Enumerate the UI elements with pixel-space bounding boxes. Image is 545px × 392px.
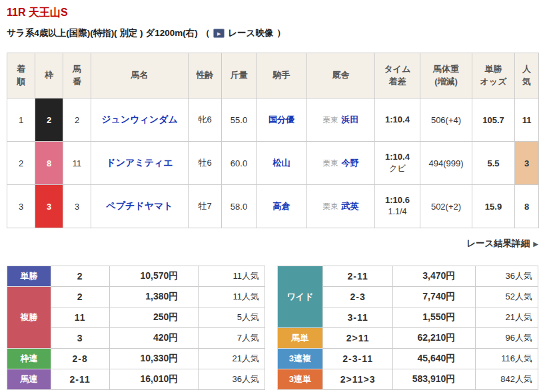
jockey-link[interactable]: 高倉 bbox=[273, 201, 290, 211]
payout-amount: 250円 bbox=[109, 307, 199, 328]
payout-popularity: 96人気 bbox=[476, 328, 538, 349]
combo: 2>11>3 bbox=[322, 369, 393, 390]
race-conditions-bar: サラ系4歳以上(国際)(特指)( 別定 ) ダ1200m(右) （ ▶ レース映… bbox=[7, 27, 538, 39]
payout-popularity: 21人気 bbox=[199, 349, 265, 369]
trainer-link[interactable]: 武英 bbox=[342, 201, 359, 211]
results-header-row: 着順 枠 馬番 馬名 性齢 斤量 騎手 厩舎 タイム着差 馬体重(増減) 単勝オ… bbox=[7, 53, 539, 98]
race-result-detail-label: レース結果詳細 bbox=[466, 238, 530, 248]
body-weight: 502(+2) bbox=[420, 185, 472, 228]
finish-margin: クビ bbox=[375, 163, 420, 174]
payout-row: 3連単 2>11>3 583,910円 842人気 bbox=[278, 369, 538, 390]
bet-type-trio: 3連複 bbox=[278, 349, 323, 369]
finish-margin: 1.1/4 bbox=[375, 206, 420, 217]
play-video-icon[interactable]: ▶ bbox=[213, 29, 225, 38]
result-row-2: 2 8 11 ドンアミティエ 牡6 60.0 松山 栗東今野 1:10.4クビ … bbox=[7, 142, 539, 185]
combo: 2>11 bbox=[322, 328, 393, 349]
payout-table-right: ワイド 2-11 3,470円 36人気 2-3 7,740円 52人気 3-1… bbox=[277, 266, 538, 390]
payout-popularity: 116人気 bbox=[476, 349, 538, 369]
payout-popularity: 36人気 bbox=[476, 266, 538, 287]
payout-row: 複勝 2 1,380円 11人気 bbox=[7, 287, 265, 307]
carried-weight: 60.0 bbox=[222, 142, 257, 185]
carried-weight: 55.0 bbox=[222, 98, 257, 142]
frame-badge: 3 bbox=[35, 185, 63, 228]
result-row-3: 3 3 3 ペプチドヤマト 牡7 58.0 高倉 栗東武英 1:10.61.1/… bbox=[7, 185, 539, 228]
time-cell: 1:10.4クビ bbox=[375, 142, 420, 185]
jockey-link[interactable]: 松山 bbox=[273, 158, 290, 168]
popularity-rank-highlighted: 3 bbox=[515, 142, 539, 185]
combo: 2 bbox=[51, 287, 109, 307]
trainer-link[interactable]: 今野 bbox=[342, 158, 359, 168]
col-finish-l1: 着 bbox=[7, 63, 35, 76]
col-popularity-l2: 気 bbox=[515, 76, 538, 89]
combo: 2-11 bbox=[322, 266, 393, 287]
sex-age: 牡7 bbox=[189, 185, 222, 228]
col-number-l2: 番 bbox=[63, 76, 91, 89]
bet-type-bracket-quinella: 枠連 bbox=[7, 349, 51, 369]
time-cell: 1:10.4 bbox=[375, 98, 420, 142]
horse-number: 3 bbox=[63, 185, 91, 228]
col-odds-l1: 単勝 bbox=[472, 63, 514, 76]
trainer-link[interactable]: 浜田 bbox=[342, 114, 359, 124]
col-time-l1: タイム bbox=[375, 63, 420, 76]
col-odds-l2: オッズ bbox=[472, 76, 514, 89]
body-weight: 494(999) bbox=[420, 142, 472, 185]
horse-name-link[interactable]: ドンアミティエ bbox=[106, 157, 173, 168]
race-result-detail-link[interactable]: レース結果詳細▶ bbox=[466, 238, 538, 248]
popularity-rank: 11 bbox=[515, 98, 539, 142]
finish-position: 2 bbox=[7, 142, 35, 185]
col-odds: 単勝オッズ bbox=[472, 53, 515, 98]
training-center-label: 栗東 bbox=[323, 159, 338, 167]
payout-section: 単勝 2 10,570円 11人気 複勝 2 1,380円 11人気 11 25… bbox=[7, 266, 538, 390]
col-bodyweight-l1: 馬体重 bbox=[420, 63, 472, 76]
col-weight: 斤量 bbox=[222, 53, 257, 98]
race-results-table: 着順 枠 馬番 馬名 性齢 斤量 騎手 厩舎 タイム着差 馬体重(増減) 単勝オ… bbox=[7, 53, 539, 228]
col-horse: 馬名 bbox=[91, 53, 189, 98]
training-center-label: 栗東 bbox=[323, 202, 338, 210]
col-time-l2: 着差 bbox=[375, 76, 420, 89]
stable-cell: 栗東今野 bbox=[307, 142, 375, 185]
sex-age: 牡6 bbox=[189, 142, 222, 185]
popularity-rank: 8 bbox=[515, 185, 539, 228]
horse-name-link[interactable]: ジュンウィンダム bbox=[101, 114, 178, 124]
race-conditions: サラ系4歳以上(国際)(特指)( 別定 ) ダ1200m(右) bbox=[7, 27, 198, 39]
payout-amount: 10,570円 bbox=[109, 266, 199, 287]
race-detail-row: レース結果詳細▶ bbox=[7, 238, 538, 250]
combo: 3-11 bbox=[322, 307, 393, 328]
combo: 2-3-11 bbox=[322, 349, 393, 369]
race-video-link[interactable]: レース映像 bbox=[228, 27, 273, 39]
col-finish: 着順 bbox=[7, 53, 35, 98]
col-jockey: 騎手 bbox=[257, 53, 307, 98]
bet-type-place: 複勝 bbox=[7, 287, 51, 349]
payout-row: 馬連 2-11 16,010円 36人気 bbox=[7, 369, 265, 390]
payout-amount: 1,380円 bbox=[109, 287, 199, 307]
payout-popularity: 7人気 bbox=[199, 328, 265, 349]
body-weight: 506(+4) bbox=[420, 98, 472, 142]
payout-popularity: 11人気 bbox=[199, 266, 265, 287]
payout-amount: 3,470円 bbox=[393, 266, 476, 287]
jockey-link[interactable]: 国分優 bbox=[269, 114, 294, 124]
win-odds: 105.7 bbox=[472, 98, 515, 142]
payout-row: 単勝 2 10,570円 11人気 bbox=[7, 266, 265, 287]
combo: 2-3 bbox=[322, 287, 393, 307]
sex-age: 牝6 bbox=[189, 98, 222, 142]
page: 11R 天王山S サラ系4歳以上(国際)(特指)( 別定 ) ダ1200m(右)… bbox=[0, 0, 545, 390]
col-frame: 枠 bbox=[35, 53, 63, 98]
jockey-cell: 国分優 bbox=[257, 98, 307, 142]
frame-badge: 8 bbox=[35, 142, 63, 185]
bet-type-wide: ワイド bbox=[278, 266, 323, 328]
horse-name-link[interactable]: ペプチドヤマト bbox=[106, 200, 173, 211]
payout-amount: 420円 bbox=[109, 328, 199, 349]
col-number-l1: 馬 bbox=[63, 63, 91, 76]
paren-open: （ bbox=[201, 27, 211, 39]
payout-popularity: 21人気 bbox=[476, 307, 538, 328]
bet-type-exacta: 馬単 bbox=[278, 328, 323, 349]
payout-amount: 583,910円 bbox=[393, 369, 476, 390]
horse-name-cell: ジュンウィンダム bbox=[91, 98, 189, 142]
frame-badge: 2 bbox=[35, 98, 63, 142]
combo: 2-8 bbox=[51, 349, 109, 369]
payout-amount: 7,740円 bbox=[393, 287, 476, 307]
result-row-1: 1 2 2 ジュンウィンダム 牝6 55.0 国分優 栗東浜田 1:10.4 5… bbox=[7, 98, 539, 142]
horse-number: 2 bbox=[63, 98, 91, 142]
stable-cell: 栗東武英 bbox=[307, 185, 375, 228]
col-bodyweight-l2: (増減) bbox=[420, 76, 472, 89]
